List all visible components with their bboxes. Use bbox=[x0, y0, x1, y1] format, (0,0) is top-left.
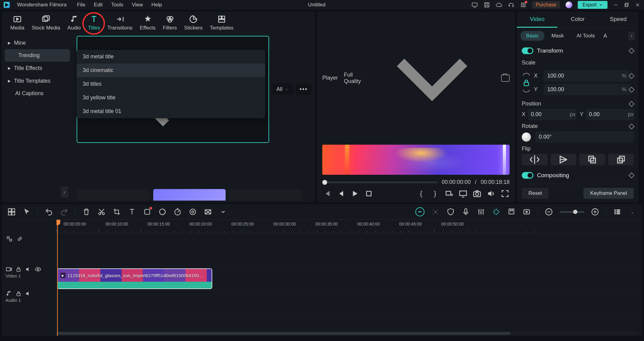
mark-in-icon[interactable]: { bbox=[417, 189, 426, 198]
transform-toggle[interactable] bbox=[522, 47, 533, 54]
fullscreen-icon[interactable] bbox=[500, 189, 510, 198]
props-tab-video[interactable]: Video bbox=[517, 12, 557, 28]
timeline-tracks-area[interactable]: 00:00:05:0000:00:10:0000:00:15:0000:00:2… bbox=[57, 220, 642, 336]
prev-frame-icon[interactable] bbox=[322, 189, 331, 198]
export-button[interactable]: Export bbox=[578, 1, 608, 9]
title-tile[interactable]: ART⬇ Art Title 26 bbox=[153, 189, 226, 201]
title-tile[interactable]: Lorem ipsum dolor⬇ Subtitle 2 bbox=[77, 189, 149, 201]
subtab-mask[interactable]: Mask bbox=[546, 31, 570, 41]
snapshot-icon[interactable] bbox=[501, 74, 510, 82]
delete-icon[interactable] bbox=[82, 208, 91, 216]
playhead[interactable] bbox=[57, 220, 58, 336]
title-tile[interactable]: Lorem Ipsum⬇ Title 29 bbox=[230, 189, 302, 201]
menu-view[interactable]: View bbox=[132, 2, 143, 8]
screen-icon[interactable] bbox=[471, 2, 478, 8]
cut-icon[interactable] bbox=[97, 208, 106, 216]
camera-icon[interactable] bbox=[473, 189, 482, 198]
marker-icon[interactable] bbox=[507, 208, 516, 216]
suggestion-item[interactable]: 3d titles bbox=[77, 77, 265, 91]
more-options-button[interactable]: ••• bbox=[296, 83, 311, 95]
sidebar-item-trending[interactable]: Trending bbox=[5, 49, 70, 62]
keyframe-diamond-icon[interactable] bbox=[628, 172, 635, 178]
reset-button[interactable]: Reset bbox=[522, 188, 549, 199]
tab-stock-media[interactable]: Stock Media bbox=[32, 15, 60, 31]
hide-track-icon[interactable] bbox=[35, 266, 41, 273]
rotate-dial[interactable] bbox=[522, 133, 531, 142]
position-y-input[interactable] bbox=[586, 109, 635, 120]
keyframe-diamond-icon[interactable] bbox=[628, 48, 635, 54]
lock-track-icon[interactable] bbox=[15, 290, 22, 297]
scrub-bar[interactable] bbox=[322, 181, 438, 183]
tab-titles[interactable]: Titles bbox=[88, 15, 100, 31]
keyframe-panel-button[interactable]: Keyframe Panel bbox=[583, 188, 634, 199]
tab-effects[interactable]: Effects bbox=[140, 15, 156, 31]
undo-icon[interactable] bbox=[45, 208, 53, 216]
zoom-in-icon[interactable] bbox=[591, 208, 599, 216]
collapse-sidebar-button[interactable]: ‹ bbox=[61, 187, 68, 198]
menu-tools[interactable]: Tools bbox=[111, 2, 123, 8]
flip-copy2-button[interactable] bbox=[608, 154, 634, 165]
apps-icon[interactable] bbox=[520, 2, 527, 8]
text-icon[interactable] bbox=[128, 208, 136, 216]
enhance-icon[interactable] bbox=[492, 208, 500, 216]
position-x-input[interactable] bbox=[528, 109, 576, 120]
more-tools-icon[interactable] bbox=[219, 208, 227, 216]
tab-audio[interactable]: Audio bbox=[68, 15, 81, 31]
layout-icon[interactable] bbox=[7, 208, 16, 216]
mask-tool-icon[interactable] bbox=[204, 208, 212, 216]
suggestion-item[interactable]: 3d yellow title bbox=[77, 91, 265, 105]
sparkle-icon[interactable] bbox=[431, 208, 440, 216]
zoom-out-icon[interactable] bbox=[545, 208, 553, 216]
save-icon[interactable] bbox=[483, 2, 490, 8]
color-icon[interactable] bbox=[158, 208, 167, 216]
tab-media[interactable]: Media bbox=[10, 15, 24, 31]
menu-help[interactable]: Help bbox=[151, 2, 162, 8]
subtab-basic[interactable]: Basic bbox=[521, 31, 544, 41]
tab-stickers[interactable]: Stickers bbox=[184, 15, 203, 31]
window-minimize-icon[interactable] bbox=[613, 2, 618, 8]
user-avatar[interactable] bbox=[566, 2, 572, 8]
track-display-icon[interactable] bbox=[613, 208, 621, 216]
mic-icon[interactable] bbox=[462, 208, 470, 216]
suggestion-item[interactable]: 3d metal title 01 bbox=[77, 105, 265, 118]
mark-out-icon[interactable]: } bbox=[431, 189, 440, 198]
subtab-next-icon[interactable]: › bbox=[628, 32, 635, 40]
scale-y-input[interactable] bbox=[544, 84, 630, 95]
video-clip[interactable]: ▶1115318_colorful_glasses_sun_import6279… bbox=[57, 268, 212, 289]
link-icon[interactable] bbox=[16, 236, 23, 242]
filter-dropdown[interactable]: All bbox=[272, 84, 293, 95]
keyframe-diamond-icon[interactable] bbox=[628, 101, 635, 107]
ai-assistant-icon[interactable]: •• bbox=[415, 207, 424, 216]
crop-icon[interactable] bbox=[113, 208, 121, 216]
keyframe-diamond-icon[interactable] bbox=[628, 123, 635, 129]
suggestion-item[interactable]: 3d metal title bbox=[77, 50, 265, 64]
record-icon[interactable] bbox=[143, 208, 151, 216]
ratio-dropdown-icon[interactable] bbox=[445, 189, 454, 198]
sidebar-item-mine[interactable]: ▸Mine bbox=[2, 36, 73, 49]
compositing-toggle[interactable] bbox=[522, 172, 533, 179]
purchase-button[interactable]: Purchase bbox=[532, 1, 560, 9]
sidebar-item-title-effects[interactable]: ▸Title Effects bbox=[2, 62, 73, 74]
tiles-grid[interactable]: Lorem ipsum dolor⬇ Subtitle 2 ART⬇ Art T… bbox=[77, 146, 311, 201]
tab-transitions[interactable]: Transitions bbox=[107, 15, 133, 31]
window-close-icon[interactable] bbox=[635, 2, 640, 8]
tab-filters[interactable]: Filters bbox=[163, 15, 177, 31]
mute-track-icon[interactable] bbox=[25, 290, 32, 297]
video-track-header[interactable]: Video 1 bbox=[2, 264, 56, 288]
tab-templates[interactable]: Templates bbox=[210, 15, 233, 31]
quality-dropdown[interactable]: Full Quality bbox=[344, 15, 495, 141]
props-tab-speed[interactable]: Speed bbox=[598, 12, 639, 28]
zoom-slider[interactable] bbox=[560, 211, 584, 213]
flip-horizontal-button[interactable] bbox=[522, 154, 548, 165]
timeline-scrollbar[interactable] bbox=[57, 332, 639, 335]
track-size-dropdown-icon[interactable]: ⌄ bbox=[628, 208, 637, 216]
flip-copy-button[interactable] bbox=[579, 154, 605, 165]
lock-track-icon[interactable] bbox=[15, 266, 22, 273]
display-icon[interactable] bbox=[459, 189, 468, 198]
flip-vertical-button[interactable] bbox=[551, 154, 576, 165]
step-back-icon[interactable] bbox=[336, 189, 345, 198]
mute-track-icon[interactable] bbox=[25, 266, 32, 273]
shield-icon[interactable] bbox=[446, 208, 455, 216]
stop-icon[interactable] bbox=[364, 189, 373, 198]
headphones-icon[interactable] bbox=[508, 2, 514, 8]
